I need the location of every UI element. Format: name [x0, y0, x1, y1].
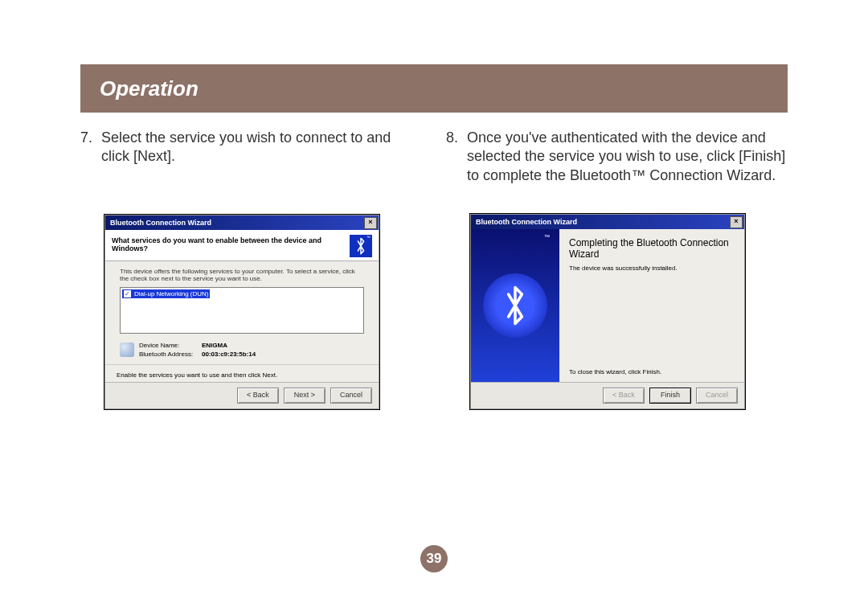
- back-button: < Back: [603, 388, 645, 404]
- dialog-titlebar: Bluetooth Connection Wizard ×: [105, 215, 379, 230]
- col-right: 8. Once you've authenticated with the de…: [446, 129, 788, 409]
- bt-addr-value: 00:03:c9:23:5b:14: [202, 351, 256, 358]
- completion-msg: The device was successfully installed.: [569, 265, 735, 272]
- cancel-button[interactable]: Cancel: [330, 388, 372, 404]
- step-num: 7.: [80, 129, 101, 166]
- dialog-body: ™ Completing the Bluetooth Connection Wi…: [471, 229, 744, 382]
- bluetooth-icon: ™: [350, 235, 372, 257]
- trademark-icon: ™: [544, 234, 550, 240]
- page-number: 39: [420, 545, 448, 572]
- close-icon[interactable]: ×: [730, 216, 743, 228]
- device-icon: [120, 343, 134, 357]
- step-8: 8. Once you've authenticated with the de…: [446, 129, 788, 185]
- bt-addr-label: Bluetooth Address:: [139, 351, 202, 358]
- dialog-title: Bluetooth Connection Wizard: [476, 218, 577, 226]
- step-num: 8.: [446, 129, 467, 185]
- prompt-row: What services do you want to enable betw…: [105, 230, 379, 261]
- trademark-icon: ™: [366, 235, 371, 240]
- service-item-dun[interactable]: ✓ Dial-up Networking (DUN): [122, 289, 210, 298]
- device-name-value: ENIGMA: [202, 342, 227, 349]
- content-columns: 7. Select the service you wish to connec…: [80, 129, 788, 409]
- next-button[interactable]: Next >: [284, 388, 326, 404]
- close-icon[interactable]: ×: [364, 217, 377, 229]
- dialog-title: Bluetooth Connection Wizard: [110, 219, 211, 227]
- prompt-text: What services do you want to enable betw…: [112, 235, 350, 252]
- step-text: Select the service you wish to connect t…: [101, 129, 422, 166]
- col-left: 7. Select the service you wish to connec…: [80, 129, 422, 409]
- completion-heading: Completing the Bluetooth Connection Wiza…: [569, 237, 735, 260]
- side-panel: ™: [471, 229, 559, 382]
- screenshot-service-select: Bluetooth Connection Wizard × What servi…: [104, 215, 379, 409]
- enable-hint: Enable the services you want to use and …: [105, 364, 379, 382]
- service-label: Dial-up Networking (DUN): [134, 290, 208, 297]
- checkbox-icon[interactable]: ✓: [124, 290, 131, 297]
- screenshot-finish: Bluetooth Connection Wizard × ™ Completi…: [470, 214, 745, 409]
- device-name-label: Device Name:: [139, 342, 202, 349]
- button-row: < Back Next > Cancel: [105, 382, 379, 408]
- finish-button[interactable]: Finish: [649, 388, 691, 404]
- close-hint: To close this wizard, click Finish.: [569, 368, 661, 375]
- back-button[interactable]: < Back: [237, 388, 279, 404]
- bluetooth-icon: [483, 273, 547, 338]
- service-listbox[interactable]: ✓ Dial-up Networking (DUN): [120, 287, 364, 334]
- dialog-body: What services do you want to enable betw…: [105, 230, 379, 408]
- button-row: < Back Finish Cancel: [471, 382, 744, 408]
- step-7: 7. Select the service you wish to connec…: [80, 129, 422, 166]
- device-info: Device Name: ENIGMA Bluetooth Address: 0…: [105, 338, 379, 361]
- dialog-titlebar: Bluetooth Connection Wizard ×: [471, 215, 744, 229]
- section-header: Operation: [80, 64, 788, 113]
- subtext: This device offers the following service…: [105, 261, 379, 285]
- right-panel: Completing the Bluetooth Connection Wiza…: [559, 229, 744, 382]
- cancel-button: Cancel: [696, 388, 738, 404]
- step-text: Once you've authenticated with the devic…: [467, 129, 788, 185]
